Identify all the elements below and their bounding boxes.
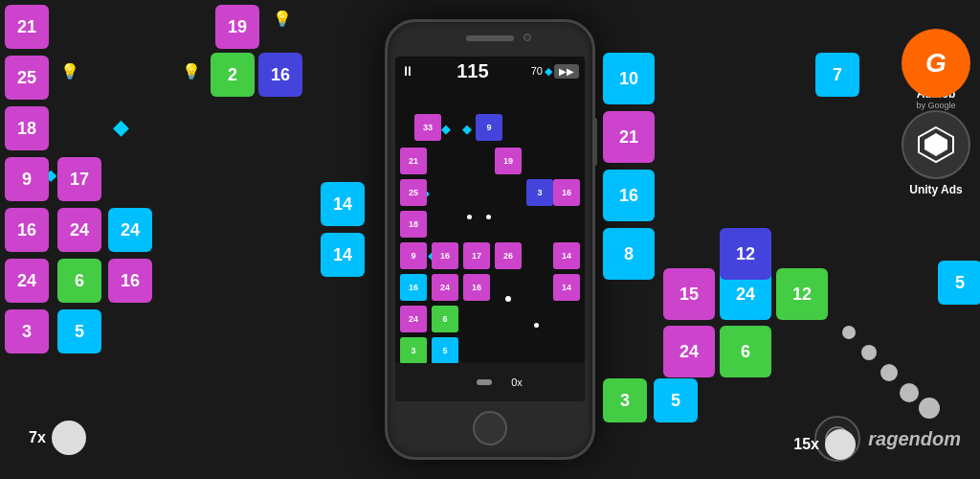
admob-panel[interactable]: G AdMob by Google xyxy=(902,14,970,110)
screen-tile: 5 xyxy=(432,337,458,364)
screen-ball-count: 70 ◆ ▶▶ xyxy=(531,64,579,79)
screen-tile: 16 xyxy=(463,274,490,301)
screen-tile: 24 xyxy=(400,306,427,332)
bg-tile-left: 19 xyxy=(215,5,259,49)
bg-tile-left: 16 xyxy=(258,53,302,97)
trajectory-dot xyxy=(919,398,940,419)
gem-icon xyxy=(462,122,476,135)
screen-tile: 14 xyxy=(553,242,580,269)
ball-dot xyxy=(486,215,491,219)
phone-screen: ⏸ 115 70 ◆ ▶▶ xyxy=(395,57,585,401)
bg-tile-right: 12 xyxy=(776,268,828,320)
trajectory-dot xyxy=(880,364,898,381)
bg-tile-right: 6 xyxy=(720,326,771,377)
screen-hud: ⏸ 115 70 ◆ ▶▶ xyxy=(395,57,585,85)
screen-tile: 9 xyxy=(476,114,502,141)
bg-tile-left: 24 xyxy=(5,259,49,303)
bg-tile-right: 24 xyxy=(663,326,715,377)
bg-tile-left: 16 xyxy=(108,259,152,303)
bulb-icon-2: 💡 xyxy=(182,62,201,80)
bg-tile-right: 7 xyxy=(815,53,859,97)
screen-tile: 26 xyxy=(495,242,522,269)
ragendom-text: ragendom xyxy=(868,428,961,450)
bulb-icon-1: 💡 xyxy=(60,62,79,80)
bg-tile-right: 10 xyxy=(603,53,655,104)
bg-tile-left: 14 xyxy=(321,233,365,277)
speed-slider[interactable] xyxy=(477,379,492,385)
bg-tile-left: 2 xyxy=(211,53,255,97)
screen-bottom-bar: 0x xyxy=(395,363,585,401)
ball-multiplier-right: 15x xyxy=(793,429,856,460)
bg-tile-left: 17 xyxy=(57,157,101,201)
screen-tile: 24 xyxy=(432,274,458,301)
trajectory-dot xyxy=(900,383,919,402)
ball-multiplier-left: 7x xyxy=(29,421,86,455)
bg-tile-left: 25 xyxy=(5,56,49,100)
gem-icon-large: ◆ xyxy=(113,115,129,140)
screen-tile: 3 xyxy=(526,179,553,206)
phone-camera xyxy=(523,34,531,41)
screen-tile: 25 xyxy=(400,179,427,206)
screen-tile: 33 xyxy=(414,114,441,141)
unity-label-wrap: Unity Ads xyxy=(909,183,963,196)
phone-home-button[interactable] xyxy=(473,411,507,445)
phone-speaker xyxy=(466,35,514,41)
trajectory-dot xyxy=(861,345,877,360)
gem-icon xyxy=(441,122,455,135)
screen-tile: 14 xyxy=(553,274,580,301)
bg-tile-left: 24 xyxy=(108,208,152,252)
ball-mult-left-label: 7x xyxy=(29,429,46,446)
trajectory-dot xyxy=(842,326,856,339)
ball-dot xyxy=(505,296,511,302)
bg-tile-right: 5 xyxy=(654,378,698,422)
screen-tile: 9 xyxy=(400,242,427,269)
bg-tile-right: 15 xyxy=(663,268,715,320)
bulb-icon-3: 💡 xyxy=(273,10,292,28)
bg-tile-left: 6 xyxy=(57,259,101,303)
fast-forward-button[interactable]: ▶▶ xyxy=(554,64,579,79)
screen-tile: 3 xyxy=(400,337,427,364)
screen-tiles-area: 339212518916172616241624635193161414 xyxy=(395,85,585,363)
speed-label: 0x xyxy=(511,376,523,388)
bg-tile-left: 5 xyxy=(57,309,101,354)
ball-dot xyxy=(534,323,539,328)
ball-mult-right-label: 15x xyxy=(793,436,819,453)
bg-tile-left: 16 xyxy=(5,208,49,252)
admob-logo: G xyxy=(925,50,947,77)
bg-tile-left: 21 xyxy=(5,5,49,49)
bg-tile-left: 14 xyxy=(321,182,365,226)
bg-tile-left: 24 xyxy=(57,208,101,252)
screen-tile: 16 xyxy=(400,274,427,301)
unity-ads-label: Unity Ads xyxy=(909,183,963,196)
screen-tile: 21 xyxy=(400,148,427,174)
ball-dot xyxy=(467,215,472,219)
phone-side-button xyxy=(593,118,597,166)
bg-tile-left: 9 xyxy=(5,157,49,201)
screen-score: 115 xyxy=(457,60,488,82)
bg-tile-left: 3 xyxy=(5,309,49,354)
bg-tile-right: 5 xyxy=(938,261,980,305)
screen-tile: 18 xyxy=(400,211,427,238)
bg-tile-right: 12 xyxy=(720,228,771,280)
phone-device: ⏸ 115 70 ◆ ▶▶ xyxy=(385,19,595,460)
bg-tile-right: 3 xyxy=(603,378,647,422)
pause-button[interactable]: ⏸ xyxy=(401,63,414,79)
bg-tile-left: 18 xyxy=(5,106,49,150)
screen-tile: 6 xyxy=(432,306,458,332)
unity-ads-panel[interactable]: Unity Ads xyxy=(902,110,970,196)
admob-sub-label: by Google xyxy=(916,101,955,110)
bg-tile-right: 8 xyxy=(603,228,655,280)
bg-tile-right: 21 xyxy=(603,111,655,163)
screen-tile: 16 xyxy=(553,179,580,206)
big-ball-left xyxy=(52,421,86,455)
screen-tile: 17 xyxy=(463,242,490,269)
screen-tile: 19 xyxy=(495,148,522,174)
screen-tile: 16 xyxy=(432,242,458,269)
unity-logo-icon xyxy=(917,125,955,164)
big-ball-right xyxy=(825,429,856,460)
bg-tile-right: 16 xyxy=(603,170,655,221)
svg-marker-1 xyxy=(924,133,947,156)
